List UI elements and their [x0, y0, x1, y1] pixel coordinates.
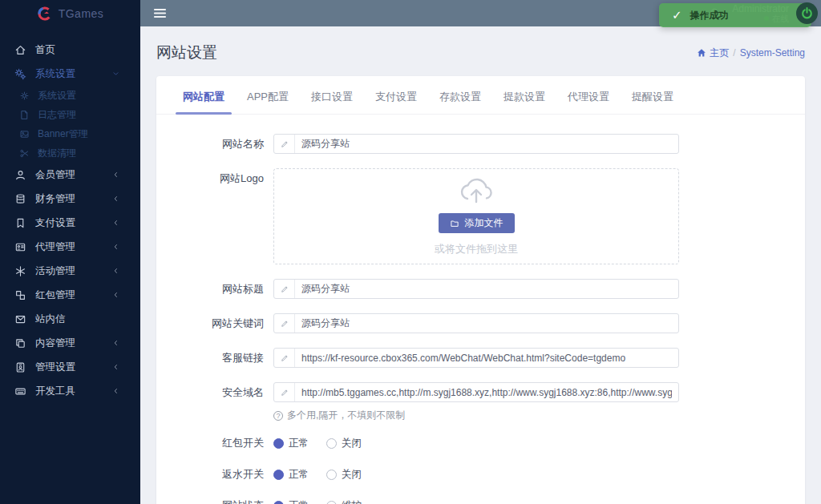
sidebar-item-label: 日志管理 [38, 108, 76, 122]
tab-website-config[interactable]: 网站配置 [183, 90, 224, 114]
site-title-inputbox [273, 279, 679, 299]
sidebar-item-label: 内容管理 [35, 337, 75, 350]
form-row-red-packet-switch: 红包开关 正常 关闭 [156, 437, 805, 450]
sidebar-subitem-data-cleanup[interactable]: 数据清理 [0, 143, 140, 163]
pencil-icon [274, 383, 295, 401]
site-name-input[interactable] [295, 139, 678, 150]
chevron-left-icon [110, 171, 122, 179]
radio-rebate-off[interactable]: 关闭 [326, 468, 362, 482]
keyboard-icon [14, 385, 26, 397]
page-title: 网站设置 [156, 42, 217, 63]
pencil-icon [274, 314, 295, 333]
brand-logo-icon [37, 6, 53, 22]
field-label: 网站关键词 [156, 313, 273, 333]
tab-api-settings[interactable]: 接口设置 [311, 90, 353, 114]
sidebar-item-dev-tools[interactable]: 开发工具 [0, 379, 140, 403]
chevron-left-icon [110, 195, 122, 203]
sidebar-item-label: 首页 [35, 43, 55, 57]
service-link-input[interactable] [295, 353, 678, 364]
tab-payment-settings[interactable]: 支付设置 [375, 90, 417, 114]
site-keywords-input[interactable] [295, 318, 678, 329]
sidebar-item-label: 系统设置 [38, 89, 76, 103]
sidebar-item-label: 红包管理 [35, 288, 75, 302]
folder-icon [450, 219, 459, 228]
sidebar-item-label: 财务管理 [35, 192, 75, 206]
sidebar-item-label: Banner管理 [38, 127, 88, 141]
safe-domain-input[interactable] [295, 387, 678, 398]
sidebar-item-home[interactable]: 首页 [0, 38, 140, 62]
sidebar-item-label: 会员管理 [35, 168, 75, 182]
chevron-left-icon [110, 243, 122, 251]
tab-agent-settings[interactable]: 代理设置 [568, 90, 609, 114]
sidebar-item-content[interactable]: 内容管理 [0, 331, 140, 355]
form-row-site-status: 网站状态 正常 维护 [156, 499, 805, 504]
safe-domain-inputbox [273, 382, 679, 402]
radio-red-packet-on[interactable]: 正常 [273, 437, 309, 450]
user-icon [14, 169, 26, 181]
website-config-form: 网站名称 网站Logo [156, 115, 805, 504]
radio-dot-icon [326, 501, 337, 504]
id-card-icon [14, 241, 26, 253]
sidebar-item-label: 管理设置 [35, 361, 75, 374]
logo-upload-dropzone[interactable]: 添加文件 或将文件拖到这里 [273, 168, 679, 264]
site-title-input[interactable] [295, 284, 678, 295]
success-toast[interactable]: ✓ 操作成功 [659, 3, 811, 27]
brand[interactable]: TGames [0, 0, 140, 26]
sidebar-item-system-settings[interactable]: 系统设置 [0, 62, 140, 86]
field-label: 网站Logo [156, 168, 273, 188]
sidebar-item-activities[interactable]: 活动管理 [0, 259, 140, 283]
radio-dot-icon [273, 501, 284, 504]
sidebar-item-agents[interactable]: 代理管理 [0, 235, 140, 259]
field-label: 客服链接 [156, 348, 273, 368]
radio-dot-icon [273, 438, 284, 449]
form-row-site-name: 网站名称 [156, 134, 805, 154]
sidebar-item-label: 支付设置 [35, 216, 75, 230]
sidebar-subitem-system-settings[interactable]: 系统设置 [0, 86, 140, 105]
add-file-button[interactable]: 添加文件 [439, 213, 515, 233]
settings-card: 网站配置 APP配置 接口设置 支付设置 存款设置 提款设置 代理设置 提醒设置… [156, 76, 805, 504]
radio-rebate-on[interactable]: 正常 [273, 468, 309, 482]
field-label: 安全域名 [156, 382, 273, 402]
cogs-icon [14, 68, 26, 80]
pencil-icon [274, 280, 295, 298]
sidebar-item-finance[interactable]: 财务管理 [0, 187, 140, 211]
sidebar-item-payment-settings[interactable]: 支付设置 [0, 211, 140, 235]
site-name-inputbox [273, 134, 679, 154]
sidebar-item-messages[interactable]: 站内信 [0, 307, 140, 331]
radio-site-status-maintenance[interactable]: 维护 [326, 499, 362, 504]
chevron-left-icon [110, 219, 122, 227]
drag-hint-text: 或将文件拖到这里 [435, 242, 518, 256]
tab-reminder-settings[interactable]: 提醒设置 [632, 90, 673, 114]
sidebar-item-red-packets[interactable]: 红包管理 [0, 283, 140, 307]
breadcrumb: 主页 / System-Setting [697, 46, 805, 60]
main-content: 网站设置 主页 / System-Setting 网站配置 APP配置 接口设置… [140, 26, 821, 504]
form-row-rebate-switch: 返水开关 正常 关闭 [156, 468, 805, 482]
tab-deposit-settings[interactable]: 存款设置 [439, 90, 481, 114]
database-icon [14, 193, 26, 205]
radio-red-packet-off[interactable]: 关闭 [326, 437, 362, 450]
logout-power-button[interactable] [796, 2, 818, 24]
tab-app-config[interactable]: APP配置 [247, 90, 289, 114]
chevron-left-icon [110, 363, 122, 371]
sidebar-menu: 首页 系统设置 系统设置 日志管理 Banner管理 数据清理 [0, 26, 140, 403]
envelope-icon [14, 313, 26, 325]
sidebar-subitem-log-management[interactable]: 日志管理 [0, 105, 140, 124]
form-row-safe-domain: 安全域名 ? 多个用,隔开，不填则不限制 [156, 382, 805, 422]
sidebar-item-members[interactable]: 会员管理 [0, 163, 140, 187]
sidebar-subitem-banner-management[interactable]: Banner管理 [0, 124, 140, 143]
admin-app: TGames 首页 系统设置 系统设置 日志管理 Banne [0, 0, 821, 504]
home-icon [697, 48, 706, 58]
breadcrumb-home-link[interactable]: 主页 [697, 46, 729, 60]
chevron-left-icon [110, 267, 122, 275]
radio-site-status-normal[interactable]: 正常 [273, 499, 309, 504]
hamburger-icon[interactable] [153, 6, 167, 20]
radio-dot-icon [273, 470, 284, 480]
chevron-down-icon [110, 70, 122, 78]
sidebar-item-label: 活动管理 [35, 264, 75, 278]
sidebar-item-admin-settings[interactable]: 管理设置 [0, 355, 140, 379]
sidebar-item-label: 系统设置 [35, 67, 75, 81]
image-icon [19, 129, 30, 139]
field-label: 返水开关 [156, 468, 273, 480]
breadcrumb-current[interactable]: System-Setting [740, 47, 805, 58]
tab-withdraw-settings[interactable]: 提款设置 [504, 90, 545, 114]
